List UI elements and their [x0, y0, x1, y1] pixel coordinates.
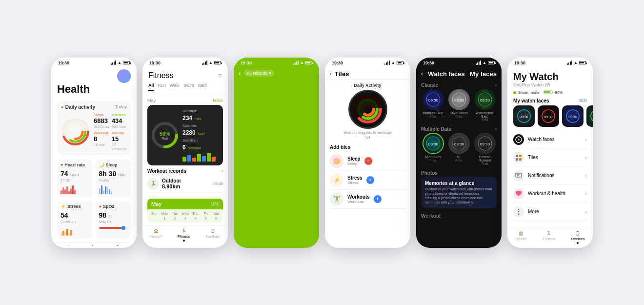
tab-swim[interactable]: Swim	[183, 83, 194, 91]
mywatch-content: My Watch OnePlus Watch 2R Smart mode 86%	[507, 66, 593, 246]
tab-badr[interactable]: Badr	[198, 83, 207, 91]
memories-card[interactable]: Memories at a glance Customize your watc…	[421, 177, 497, 208]
face-silver-moon[interactable]: 09:30 Silver Moon Free	[447, 89, 471, 122]
sleep-tile-icon: 🌙	[330, 154, 343, 168]
watch-face-item-4[interactable]: 09:30	[586, 105, 593, 127]
menu-watchfaces[interactable]: Watch faces ›	[513, 131, 587, 149]
activity-date: Today	[115, 104, 127, 109]
avatar	[117, 69, 131, 83]
steps-stat: Steps 6883 5000/day	[94, 113, 110, 129]
back-button[interactable]: ‹	[421, 70, 423, 77]
records-arrow[interactable]: ›	[221, 168, 223, 174]
watch-face-item-1[interactable]: 09:30	[513, 105, 535, 127]
battery-icon	[579, 61, 586, 64]
svg-text:09:30: 09:30	[544, 115, 553, 119]
tile-stress: ⚡ Stress Stress +	[330, 171, 405, 190]
health-status-icons: ▲	[111, 61, 130, 65]
donut-chart: 50% Run	[151, 122, 179, 149]
tile-add-button-2[interactable]: +	[374, 195, 382, 203]
battery-status-icon	[543, 90, 553, 94]
tab-walk[interactable]: Walk	[170, 83, 180, 91]
chevron-right-icon-2[interactable]: ›	[495, 126, 497, 132]
nav-devices[interactable]: ⌚ Devices	[206, 229, 220, 242]
calendar-header: May 1/31	[147, 199, 223, 209]
daily-activity-title: Daily Activity	[330, 83, 405, 88]
face-xplus[interactable]: 09:30 X+ Free	[447, 133, 471, 165]
face-precise[interactable]: 09:30 Precise Moment Trial	[473, 133, 497, 165]
mywatch-faces-label: My watch faces Edit	[507, 95, 593, 105]
signal-icon	[293, 61, 299, 65]
tile-add-button[interactable]: +	[366, 176, 374, 184]
workout-records: Workout records › 🏃 Outdoor 8.90km 09:39	[147, 168, 223, 193]
nav-fitness[interactable]: 🏃 Fitness	[86, 245, 99, 246]
battery-icon	[214, 61, 221, 64]
signal-icon	[476, 61, 481, 65]
watch-face-item-2[interactable]: 09:30	[538, 105, 559, 127]
chevron-right-icon-4: ›	[585, 190, 587, 197]
multiple-data-grid: 09:30 Mint Blues Free 09:30 X+ Free	[416, 133, 502, 168]
back-icon[interactable]: ‹	[239, 69, 241, 77]
health-cards: ♥ Heart rate 74 bpm 17:30	[57, 159, 131, 239]
battery-icon	[123, 61, 130, 64]
records-dropdown[interactable]: All records ▾	[244, 70, 275, 77]
watchfaces-status-bar: 19:30 ▲	[416, 58, 502, 66]
chevron-right-icon-2: ›	[585, 154, 587, 161]
fitness-title: Fitness	[148, 71, 174, 80]
svg-rect-43	[516, 158, 518, 161]
records-header: ‹ All records ▾	[234, 66, 319, 248]
fitness-status-icons: ▲	[202, 61, 221, 65]
face-midnight-blue[interactable]: 09:30 Midnight Blue Free	[421, 89, 445, 122]
edit-button[interactable]: Edit	[579, 98, 587, 103]
chevron-right-icon[interactable]: ›	[495, 82, 497, 88]
tile-delete-button[interactable]: –	[364, 157, 372, 165]
tile-workouts: 🏋️ Workouts Workouts +	[330, 190, 405, 209]
face-mint-blues[interactable]: 09:30 Mint Blues Free	[421, 133, 445, 165]
nav-devices[interactable]: ⌚ Devices	[571, 231, 584, 244]
wifi-icon: ▲	[300, 61, 304, 65]
activity-header: ● Daily activity Today	[61, 104, 127, 110]
month-row: May More	[147, 98, 223, 103]
health-bottom-nav: 🏠 Health 🏃 Fitness ⌚ Devices	[57, 242, 131, 246]
svg-rect-30	[552, 91, 553, 93]
add-tiles-section: Add tiles 🌙 Sleep Sleep – ⚡	[325, 142, 410, 211]
tiles-menu-icon	[513, 152, 524, 163]
mywatch-menu: Watch faces › Tiles › Notifications ›	[507, 131, 593, 221]
nav-fitness[interactable]: 🏃 Fitness	[543, 231, 555, 244]
fitness-screen: 19:30 ▲ Fitness ≡ All	[142, 58, 228, 248]
face-astrological[interactable]: 09:30 Astrological Exp. Trial	[473, 89, 497, 122]
fitness-status-time: 19:30	[149, 61, 161, 65]
back-button[interactable]: ‹	[330, 70, 332, 77]
svg-text:09:30: 09:30	[454, 142, 464, 146]
memories-title: Memories at a glance	[425, 181, 493, 186]
stats-grid: Steps 6883 5000/day Calories 434 600 kca…	[94, 113, 127, 151]
add-tiles-title: Add tiles	[330, 144, 405, 150]
nav-fitness[interactable]: 🏃 Fitness	[178, 229, 190, 242]
nav-health[interactable]: 🏠 Health	[515, 231, 526, 244]
menu-notifications[interactable]: Notifications ›	[513, 167, 587, 185]
list-icon[interactable]: ≡	[218, 72, 222, 80]
watch-face-item-3[interactable]: 09:30	[562, 105, 584, 127]
svg-text:🌙: 🌙	[334, 158, 340, 164]
health-title: Health	[57, 83, 131, 96]
workout-summary: 50% Run Duration 234 min Calories 2280	[147, 105, 223, 165]
chevron-right-icon: ›	[585, 136, 587, 143]
records-status-bar: 19:30 ▲	[234, 58, 319, 66]
tab-run[interactable]: Run	[158, 83, 166, 91]
menu-more[interactable]: ⋮ More ›	[513, 203, 587, 221]
battery-icon	[305, 61, 312, 64]
watchfaces-status-time: 19:30	[423, 61, 434, 65]
svg-text:09:30: 09:30	[568, 115, 577, 119]
menu-tiles[interactable]: Tiles ›	[513, 149, 587, 167]
tab-all[interactable]: All	[148, 83, 154, 91]
nav-health[interactable]: 🏠 Health	[150, 229, 161, 242]
activity-stat: Activity 15 10 sessions	[112, 131, 127, 151]
nav-health[interactable]: 🏠 Health	[63, 245, 74, 246]
more-button[interactable]: More	[213, 98, 223, 103]
records-status-time: 19:30	[241, 61, 252, 65]
health-content: Health ● Daily activity Today	[51, 66, 137, 246]
menu-workout-health[interactable]: Workout & health ›	[513, 185, 587, 203]
fitness-content: Fitness ≡ All Run Walk Swim Badr May Mor…	[142, 66, 228, 246]
nav-devices[interactable]: ⌚ Devices	[111, 245, 124, 246]
fitness-main: May More 50% Run	[142, 94, 228, 197]
watchfaces-content: ‹ Watch faces My faces Classic › 09:30 M…	[416, 66, 502, 246]
